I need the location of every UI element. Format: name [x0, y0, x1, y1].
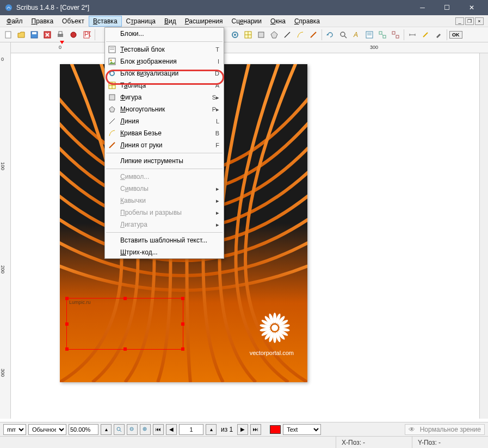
shape-icon[interactable]	[255, 29, 267, 41]
menu-item-sticky-tools[interactable]: Липкие инструменты	[105, 155, 224, 167]
gear-icon[interactable]	[229, 29, 241, 41]
vertical-ruler[interactable]: 0 100 200 300	[0, 42, 11, 419]
minimize-button[interactable]: ─	[410, 0, 435, 15]
new-doc-icon[interactable]	[2, 29, 14, 41]
svg-line-60	[109, 119, 115, 124]
svg-point-54	[110, 71, 114, 76]
close-doc-icon[interactable]	[41, 29, 53, 41]
svg-point-11	[234, 34, 236, 36]
menu-item-symbols: Символы▸	[105, 183, 224, 195]
xpos-label: X-Поз:	[342, 439, 361, 446]
canvas[interactable]: Lumpic.ru	[11, 53, 488, 419]
print-icon[interactable]	[54, 29, 66, 41]
svg-point-7	[71, 32, 76, 38]
menu-item-freehand[interactable]: Линия от рукиF	[105, 139, 224, 151]
zoom-out-icon[interactable]	[127, 424, 138, 435]
menu-windows[interactable]: Окна	[266, 16, 290, 27]
status-toolbar: mm Обычное ▴ ⏮ ◀ ▴ из 1 ▶ ⏭ Text 👁 Норма…	[0, 422, 488, 436]
svg-rect-15	[258, 32, 264, 38]
next-page-icon[interactable]: ▶	[237, 424, 248, 435]
ypos-value: -	[438, 439, 441, 446]
maximize-button[interactable]: ☐	[435, 0, 459, 15]
menu-help[interactable]: Справка	[290, 16, 324, 27]
table-icon[interactable]	[242, 29, 254, 41]
unit-selector[interactable]: mm	[3, 424, 26, 435]
menu-item-polygon[interactable]: МногоугольникP▸	[105, 103, 224, 115]
rotate-icon[interactable]	[324, 29, 336, 41]
layer-selector[interactable]: Text	[283, 424, 321, 435]
svg-rect-29	[396, 35, 399, 38]
table-icon	[107, 80, 117, 90]
svg-rect-25	[379, 32, 382, 34]
svg-point-30	[271, 325, 278, 331]
menu-item-figure[interactable]: ФигураS▸	[105, 91, 224, 103]
mdi-close[interactable]: ×	[475, 17, 484, 25]
menu-item-image-block[interactable]: Блок изображенияI	[105, 55, 224, 67]
horizontal-ruler[interactable]: 0 100 300	[11, 42, 488, 53]
menu-view[interactable]: Вид	[160, 16, 181, 27]
menu-item-table[interactable]: ТаблицаA	[105, 79, 224, 91]
edit-text-icon[interactable]: A	[350, 29, 362, 41]
pdf-ok-button[interactable]: OK	[449, 31, 462, 39]
menu-item-line[interactable]: ЛинияL	[105, 115, 224, 127]
copy-props-icon[interactable]	[419, 29, 431, 41]
selected-text-frame[interactable]: Lumpic.ru	[66, 298, 183, 350]
zoom-in-icon[interactable]	[140, 424, 151, 435]
bezier-tool-icon[interactable]	[294, 29, 306, 41]
menu-scripts[interactable]: Сценарии	[227, 16, 266, 27]
first-page-icon[interactable]: ⏮	[153, 424, 164, 435]
menu-item-blocks[interactable]: Блоки...	[105, 28, 224, 40]
svg-rect-26	[383, 35, 386, 38]
menu-item-render-block[interactable]: Блок визуализацииD	[105, 67, 224, 79]
eyedropper-icon[interactable]	[433, 29, 444, 41]
pdf-icon[interactable]: PDF	[81, 29, 92, 41]
open-icon[interactable]	[15, 29, 27, 41]
page-number-input[interactable]	[179, 424, 203, 435]
measure-icon[interactable]	[406, 29, 418, 41]
line-tool-icon[interactable]	[281, 29, 293, 41]
menu-file[interactable]: Файл	[2, 16, 27, 27]
svg-rect-6	[59, 32, 62, 34]
save-icon[interactable]	[28, 29, 40, 41]
menu-extensions[interactable]: Расширения	[181, 16, 227, 27]
story-editor-icon[interactable]	[363, 29, 375, 41]
unlink-frames-icon[interactable]	[390, 29, 401, 41]
svg-point-53	[110, 60, 112, 61]
menu-object[interactable]: Объект	[58, 16, 89, 27]
page-spin-icon[interactable]: ▴	[206, 424, 217, 435]
zoom-input[interactable]	[69, 424, 98, 435]
ypos-label: Y-Поз:	[418, 439, 437, 446]
bezier-icon	[107, 128, 117, 138]
link-frames-icon[interactable]	[376, 29, 388, 41]
svg-line-20	[344, 36, 347, 38]
layer-color-swatch[interactable]	[270, 425, 281, 434]
svg-rect-28	[392, 32, 395, 34]
menu-page[interactable]: Страница	[122, 16, 160, 27]
style-selector[interactable]: Обычное	[28, 424, 66, 435]
prev-page-icon[interactable]: ◀	[166, 424, 177, 435]
gear-icon	[107, 69, 117, 78]
menu-item-spaces: Пробелы и разрывы▸	[105, 207, 224, 219]
vertical-scrollbar[interactable]	[479, 53, 488, 419]
menu-item-barcode[interactable]: Штрих-код...	[105, 246, 224, 258]
last-page-icon[interactable]: ⏭	[250, 424, 261, 435]
mdi-restore[interactable]: ❐	[465, 17, 474, 25]
close-button[interactable]: ✕	[459, 0, 484, 15]
menu-item-text-block[interactable]: Тестовый блокT	[105, 43, 224, 55]
image-block-icon	[107, 57, 117, 66]
zoom-spin-icon[interactable]: ▴	[101, 424, 112, 435]
menu-insert[interactable]: Вставка	[89, 16, 122, 27]
menu-edit[interactable]: Правка	[27, 16, 58, 27]
svg-text:A: A	[353, 31, 358, 39]
freehand-tool-icon[interactable]	[307, 29, 319, 41]
zoom-to-1-icon[interactable]	[114, 424, 125, 435]
zoom-icon[interactable]	[337, 29, 349, 41]
mdi-minimize[interactable]: _	[455, 17, 464, 25]
vision-mode-icon[interactable]: 👁	[409, 426, 415, 433]
preflight-icon[interactable]	[67, 29, 79, 41]
shape-icon	[107, 92, 117, 102]
menu-item-insert-template-text[interactable]: Вставить шаблонный текст...	[105, 234, 224, 246]
page-of-label: из 1	[219, 426, 235, 433]
polygon-icon[interactable]	[268, 29, 280, 41]
menu-item-bezier[interactable]: Кривая БезьеB	[105, 127, 224, 139]
